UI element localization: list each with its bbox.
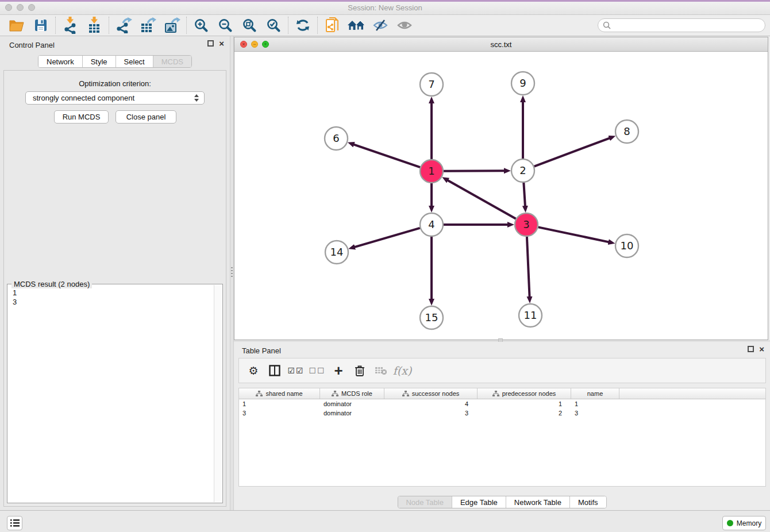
graph-node-11[interactable]: 11 (519, 304, 542, 327)
graph-node-9[interactable]: 9 (511, 72, 534, 95)
save-session-button[interactable] (29, 16, 53, 35)
new-network-from-file-button[interactable] (320, 16, 344, 35)
column-header-name[interactable]: name (571, 388, 619, 399)
memory-button[interactable]: Memory (722, 516, 766, 530)
search-field[interactable] (614, 21, 760, 29)
table-cell[interactable]: dominator (320, 408, 384, 418)
show-all-button[interactable] (392, 16, 417, 35)
unchecked-boxes-icon: ☐☐ (309, 366, 325, 375)
close-table-panel-icon[interactable]: × (759, 346, 764, 352)
app-window: Session: New Session (0, 0, 770, 532)
float-table-panel-icon[interactable] (748, 346, 754, 352)
graph-node-7[interactable]: 7 (420, 73, 443, 96)
graph-node-1[interactable]: 1 (420, 160, 443, 183)
first-neighbors-button[interactable] (344, 16, 368, 35)
graph-node-6[interactable]: 6 (325, 127, 348, 150)
search-input[interactable] (598, 18, 765, 32)
import-network-button[interactable] (58, 16, 82, 35)
graph-edge-2-8[interactable] (534, 138, 610, 166)
column-header-successor-nodes[interactable]: successor nodes (384, 388, 478, 399)
split-panel-button[interactable] (266, 361, 283, 380)
delete-table-button[interactable] (372, 361, 390, 380)
mcds-result-item: 3 (13, 298, 209, 307)
graph-edge-3-1[interactable] (448, 180, 516, 219)
zoom-fit-button[interactable] (237, 16, 261, 35)
tab-network[interactable]: Network (38, 56, 82, 67)
column-header-predecessor-nodes[interactable]: predecessor nodes (478, 388, 571, 399)
close-panel-icon[interactable]: × (219, 40, 224, 47)
optimization-criterion-select[interactable]: strongly connected component (25, 91, 205, 105)
graph-edge-2-3[interactable] (523, 183, 525, 206)
table-cell[interactable]: 3 (571, 408, 619, 418)
table-tabs: Node TableEdge TableNetwork TableMotifs (397, 496, 606, 508)
task-history-button[interactable] (7, 516, 22, 530)
graph-node-2[interactable]: 2 (511, 159, 534, 182)
mcds-result-list[interactable]: 13 (8, 285, 214, 502)
network-file-icon (325, 17, 340, 33)
table-cell[interactable]: 4 (384, 399, 478, 408)
graph-node-4[interactable]: 4 (420, 213, 443, 236)
delete-column-button[interactable] (351, 361, 368, 380)
deselect-all-rows-button[interactable]: ☐☐ (309, 361, 326, 380)
tab-edge-table[interactable]: Edge Table (452, 496, 506, 508)
control-panel-header: Control Panel × (0, 36, 230, 53)
function-icon: f(x) (393, 364, 412, 377)
import-table-button[interactable] (82, 16, 106, 35)
vertical-splitter[interactable] (230, 36, 234, 510)
graph-edge-1-6[interactable] (353, 144, 420, 167)
table-cell[interactable]: dominator (320, 399, 384, 408)
graph-node-8[interactable]: 8 (615, 120, 638, 143)
export-image-button[interactable] (160, 16, 184, 35)
graph-node-label: 2 (519, 164, 526, 176)
tab-style[interactable]: Style (82, 56, 116, 67)
open-session-button[interactable] (5, 16, 29, 35)
table-cell[interactable]: 1 (239, 399, 320, 408)
plus-icon: + (334, 365, 342, 376)
run-mcds-button[interactable]: Run MCDS (54, 110, 109, 124)
table-cell[interactable]: 1 (571, 399, 619, 408)
tab-motifs[interactable]: Motifs (569, 496, 606, 508)
float-panel-icon[interactable] (207, 40, 214, 47)
graph-node-10[interactable]: 10 (615, 234, 638, 257)
shared-column-icon (492, 391, 499, 397)
tab-select[interactable]: Select (116, 56, 153, 67)
column-header-MCDS-role[interactable]: MCDS role (320, 388, 384, 399)
zoom-in-button[interactable] (189, 16, 213, 35)
function-builder-button[interactable]: f(x) (394, 361, 411, 380)
mcds-result-box: MCDS result (2 nodes) 13 (7, 284, 223, 503)
tab-network-table[interactable]: Network Table (506, 496, 569, 508)
graph-node-15[interactable]: 15 (420, 306, 443, 329)
export-network-button[interactable] (111, 16, 136, 35)
add-column-button[interactable]: + (330, 361, 347, 380)
tab-node-table[interactable]: Node Table (398, 496, 452, 508)
zoom-selected-button[interactable] (261, 16, 286, 35)
zoom-out-button[interactable] (213, 16, 237, 35)
graph-edge-3-11[interactable] (527, 237, 530, 297)
graph-edge-4-14[interactable] (355, 228, 420, 247)
table-row[interactable]: 1dominator411 (239, 399, 765, 408)
graph-edge-1-2[interactable] (444, 171, 505, 171)
tab-mcds[interactable]: MCDS (153, 56, 191, 67)
export-table-button[interactable] (136, 16, 160, 35)
graph-node-label: 15 (425, 311, 438, 323)
result-scrollbar[interactable] (214, 285, 222, 502)
network-canvas[interactable]: 7968124314101511 (234, 52, 768, 340)
hide-selected-button[interactable] (368, 16, 392, 35)
table-cell[interactable]: 3 (384, 408, 478, 418)
table-panel-title: Table Panel (242, 346, 281, 355)
close-panel-button[interactable]: Close panel (116, 110, 176, 124)
graph-edge-3-10[interactable] (538, 227, 609, 242)
table-row[interactable]: 3dominator323 (239, 408, 765, 418)
graph-node-3[interactable]: 3 (515, 213, 538, 236)
select-all-rows-button[interactable]: ☑☑ (287, 361, 305, 380)
graph-node-label: 1 (428, 165, 434, 177)
graph-node-14[interactable]: 14 (325, 241, 348, 264)
graph-node-label: 11 (524, 309, 537, 321)
table-cell[interactable]: 3 (239, 408, 320, 418)
apply-layout-button[interactable] (291, 16, 315, 35)
table-settings-button[interactable]: ⚙ (245, 361, 262, 380)
table-cell[interactable]: 1 (478, 399, 571, 408)
table-cell[interactable]: 2 (478, 408, 571, 418)
column-header-shared-name[interactable]: shared name (239, 388, 320, 399)
shared-column-icon (402, 391, 409, 397)
